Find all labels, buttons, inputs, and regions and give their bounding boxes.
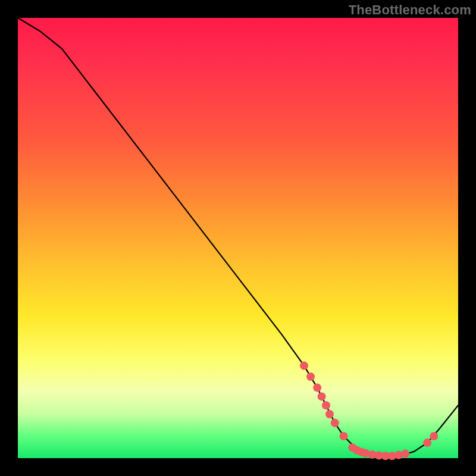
watermark-text: TheBottleneck.com [349,2,471,18]
curve-marker [331,419,339,427]
curve-marker [306,372,315,381]
curve-markers [300,362,438,461]
curve-marker [401,450,409,458]
plot-area [18,18,458,458]
curve-marker [300,362,308,370]
curve-marker [322,401,330,409]
curve-marker [313,384,321,392]
curve-marker [318,392,326,400]
curve-svg [18,18,458,458]
curve-marker [423,439,431,447]
curve-marker [325,410,334,418]
curve-marker [340,432,348,440]
chart-frame: TheBottleneck.com [0,0,476,476]
curve-marker [430,432,438,440]
bottleneck-curve [18,18,458,456]
